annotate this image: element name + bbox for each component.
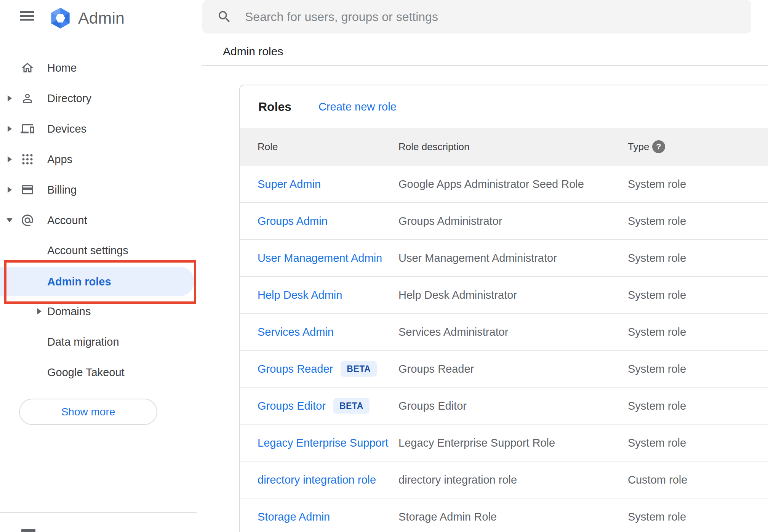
role-type: System role (628, 362, 686, 375)
table-row: User Management Admin User Management Ad… (240, 240, 768, 277)
table-row: Storage Admin Storage Admin Role System … (240, 498, 768, 532)
role-description: directory integration role (398, 473, 517, 486)
table-row: Groups Admin Groups Administrator System… (240, 203, 768, 240)
role-description: Storage Admin Role (398, 510, 497, 523)
breadcrumb: Admin roles (223, 45, 283, 58)
table-row: Groups Editor BETA Groups Editor System … (240, 388, 768, 425)
sidebar-item-devices[interactable]: Devices (0, 114, 202, 144)
column-header-role: Role (258, 141, 278, 153)
role-type: System role (628, 215, 686, 227)
role-type: Custom role (628, 473, 687, 486)
at-sign-icon (21, 213, 34, 227)
role-description: Groups Editor (398, 399, 467, 412)
beta-badge: BETA (333, 398, 370, 413)
table-row: Help Desk Admin Help Desk Administrator … (240, 277, 768, 314)
person-icon (21, 91, 34, 105)
home-icon (21, 61, 34, 75)
role-type: System role (628, 252, 686, 264)
column-header-description: Role description (398, 141, 469, 153)
role-link[interactable]: Groups Editor (258, 399, 326, 412)
roles-panel-header: Roles Create new role (240, 85, 768, 128)
column-header-type: Type (628, 141, 649, 153)
roles-panel: Roles Create new role Role Role descript… (239, 85, 768, 532)
sidebar-item-account-settings[interactable]: Account settings (0, 235, 202, 266)
search-icon (217, 9, 232, 24)
collapse-arrow-icon[interactable] (6, 218, 13, 223)
panel-title: Roles (258, 99, 291, 114)
role-type: System role (628, 288, 686, 301)
search-bar[interactable] (202, 0, 751, 34)
role-link[interactable]: Super Admin (258, 178, 321, 190)
role-type: System role (628, 510, 686, 523)
role-link[interactable]: Services Admin (258, 325, 334, 338)
table-row: Legacy Enterprise Support Legacy Enterpr… (240, 425, 768, 461)
cutoff-footer-icon (21, 529, 35, 532)
expand-arrow-icon[interactable] (8, 156, 12, 162)
sidebar-item-google-takeout[interactable]: Google Takeout (0, 357, 202, 388)
sidebar: Admin Home Directory Devices Apps Billin… (0, 0, 202, 532)
role-description: Groups Administrator (398, 215, 502, 227)
admin-logo-icon (50, 7, 71, 29)
beta-badge: BETA (341, 361, 377, 377)
help-icon[interactable]: ? (652, 140, 665, 153)
create-new-role-link[interactable]: Create new role (318, 100, 397, 113)
role-description: User Management Administrator (398, 252, 557, 264)
table-header-row: Role Role description Type ? (240, 128, 768, 166)
table-row: Services Admin Services Administrator Sy… (240, 314, 768, 351)
role-description: Help Desk Administrator (398, 288, 517, 301)
role-description: Legacy Enterprise Support Role (398, 436, 555, 449)
credit-card-icon (21, 183, 34, 197)
role-type: System role (628, 178, 686, 190)
table-row: directory integration role directory int… (240, 461, 768, 498)
sidebar-item-admin-roles[interactable]: Admin roles (0, 267, 202, 296)
devices-icon (21, 122, 34, 136)
role-type: System role (628, 436, 686, 449)
sidebar-item-apps[interactable]: Apps (0, 144, 202, 175)
role-link[interactable]: Help Desk Admin (258, 288, 342, 301)
role-description: Google Apps Administrator Seed Role (398, 178, 584, 190)
role-link[interactable]: Groups Admin (258, 215, 328, 227)
show-more-button[interactable]: Show more (19, 399, 157, 425)
search-input[interactable] (245, 0, 733, 34)
breadcrumb-divider (202, 65, 768, 66)
table-row: Super Admin Google Apps Administrator Se… (240, 166, 768, 203)
apps-grid-icon (21, 152, 34, 166)
role-link[interactable]: Legacy Enterprise Support (258, 436, 388, 449)
role-link[interactable]: User Management Admin (258, 252, 382, 264)
sidebar-item-account[interactable]: Account (0, 205, 202, 236)
sidebar-item-directory[interactable]: Directory (0, 83, 202, 114)
expand-arrow-icon[interactable] (37, 308, 42, 314)
role-type: System role (628, 325, 686, 338)
app-title: Admin (78, 5, 125, 30)
role-link[interactable]: Groups Reader (258, 362, 333, 375)
role-type: System role (628, 399, 686, 412)
sidebar-footer-divider (0, 512, 197, 513)
sidebar-item-home[interactable]: Home (0, 53, 202, 83)
role-description: Groups Reader (398, 362, 474, 375)
sidebar-item-domains[interactable]: Domains (0, 296, 202, 327)
expand-arrow-icon[interactable] (8, 95, 12, 101)
menu-icon[interactable] (20, 11, 34, 21)
sidebar-item-data-migration[interactable]: Data migration (0, 327, 202, 357)
expand-arrow-icon[interactable] (8, 187, 12, 193)
sidebar-item-billing[interactable]: Billing (0, 175, 202, 205)
role-description: Services Administrator (398, 325, 509, 338)
role-link[interactable]: Storage Admin (258, 510, 330, 523)
expand-arrow-icon[interactable] (8, 126, 12, 132)
table-row: Groups Reader BETA Groups Reader System … (240, 351, 768, 388)
role-link[interactable]: directory integration role (258, 473, 376, 486)
